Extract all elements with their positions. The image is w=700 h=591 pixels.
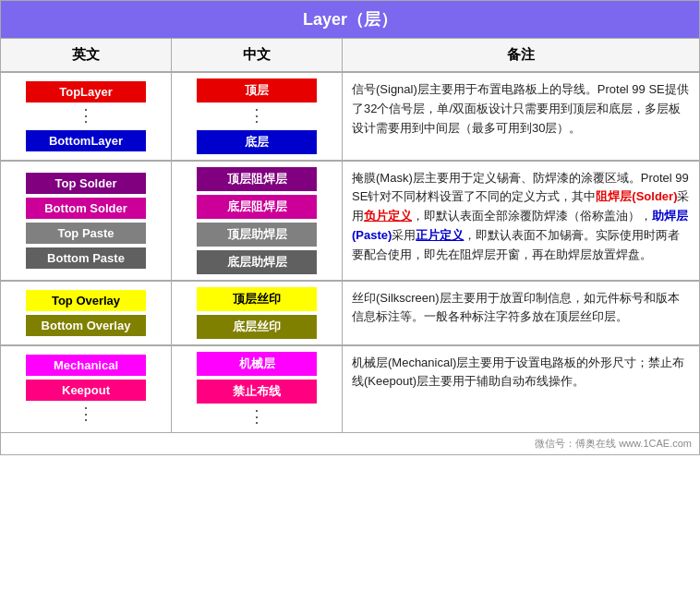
dots-3: ⋮ <box>78 404 94 425</box>
keepout-badge: Keepout <box>26 380 146 401</box>
mechanical-zh-badge: 机械层 <box>197 352 317 376</box>
page-title: Layer（层） <box>1 1 699 39</box>
top-overlay-badge: Top Overlay <box>26 290 146 311</box>
section-mask: Top Solder Bottom Solder Top Paste Botto… <box>1 162 699 282</box>
bottom-paste-zh-badge: 底层助焊层 <box>197 250 317 274</box>
dots-1: ⋮ <box>78 106 94 127</box>
section-mechanical-note: 机械层(Mechanical)层主要用于设置电路板的外形尺寸；禁止布线(Keep… <box>343 346 699 433</box>
top-solder-zh-badge: 顶层阻焊层 <box>197 167 317 191</box>
section-mask-note: 掩膜(Mask)层主要用于定义锡膏、防焊漆的涂覆区域。Protel 99 SE针… <box>343 162 699 280</box>
toplayer-badge: TopLayer <box>26 81 146 103</box>
positive-highlight: 正片定义 <box>416 228 464 242</box>
negative-highlight: 负片定义 <box>364 209 412 223</box>
top-paste-zh-badge: 顶层助焊层 <box>197 223 317 247</box>
main-container: Layer（层） 英文 中文 备注 TopLayer ⋮ BottomLayer… <box>0 0 700 455</box>
top-solder-badge: Top Solder <box>26 173 146 194</box>
bottomlayer-zh-badge: 底层 <box>197 130 317 154</box>
bottom-paste-badge: Bottom Paste <box>26 247 146 269</box>
section-signal: TopLayer ⋮ BottomLayer 顶层 ⋮ 底层 信号(Signal… <box>1 73 699 162</box>
section-signal-mid: 顶层 ⋮ 底层 <box>172 73 343 160</box>
section-overlay-note: 丝印(Silkscreen)层主要用于放置印制信息，如元件标号和版本信息标注等。… <box>343 282 699 344</box>
keepout-zh-badge: 禁止布线 <box>197 380 317 404</box>
bottom-solder-zh-badge: 底层阻焊层 <box>197 195 317 219</box>
section-overlay-left: Top Overlay Bottom Overlay <box>1 282 172 344</box>
header-col-zh: 中文 <box>172 39 343 71</box>
mechanical-badge: Mechanical <box>26 355 146 376</box>
solder-highlight: 阻焊层(Solder) <box>596 189 677 203</box>
dots-4: ⋮ <box>248 407 265 428</box>
header-row: 英文 中文 备注 <box>1 39 699 73</box>
section-mask-mid: 顶层阻焊层 底层阻焊层 顶层助焊层 底层助焊层 <box>172 162 343 280</box>
section-signal-left: TopLayer ⋮ BottomLayer <box>1 73 172 160</box>
section-overlay-mid: 顶层丝印 底层丝印 <box>172 282 343 344</box>
section-mechanical-mid: 机械层 禁止布线 ⋮ <box>172 346 343 433</box>
header-col-en: 英文 <box>1 39 172 71</box>
watermark-text: 微信号：傅奥在线 www.1CAE.com <box>535 438 692 449</box>
watermark: 微信号：傅奥在线 www.1CAE.com <box>1 433 699 454</box>
bottomlayer-badge: BottomLayer <box>26 130 146 151</box>
section-signal-note: 信号(Signal)层主要用于布置电路板上的导线。Protel 99 SE提供了… <box>343 73 699 160</box>
section-mechanical: Mechanical Keepout ⋮ 机械层 禁止布线 ⋮ 机械层(Mech… <box>1 346 699 434</box>
dots-2: ⋮ <box>248 106 265 127</box>
toplayer-zh-badge: 顶层 <box>197 78 317 103</box>
bottom-overlay-zh-badge: 底层丝印 <box>197 315 317 339</box>
top-paste-badge: Top Paste <box>26 223 146 244</box>
bottom-solder-badge: Bottom Solder <box>26 198 146 219</box>
top-overlay-zh-badge: 顶层丝印 <box>197 287 317 311</box>
section-mask-left: Top Solder Bottom Solder Top Paste Botto… <box>1 162 172 280</box>
header-col-note: 备注 <box>343 39 699 71</box>
section-mechanical-left: Mechanical Keepout ⋮ <box>1 346 172 433</box>
bottom-overlay-badge: Bottom Overlay <box>26 315 146 336</box>
section-overlay: Top Overlay Bottom Overlay 顶层丝印 底层丝印 丝印(… <box>1 282 699 346</box>
